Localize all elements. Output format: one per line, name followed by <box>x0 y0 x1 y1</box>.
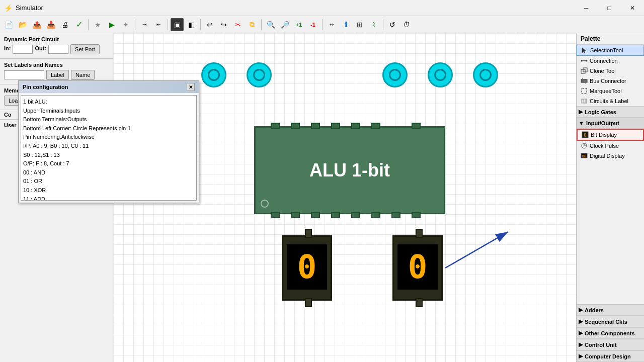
window-controls: ─ □ ✕ <box>575 0 644 16</box>
in-input[interactable] <box>13 45 33 54</box>
palette-item-clone-tool[interactable]: Clone Tool <box>577 66 644 76</box>
pin-config-close-btn[interactable]: ✕ <box>187 83 195 91</box>
label-input[interactable] <box>4 70 44 79</box>
palette-section-other-components[interactable]: ▶ Other Components <box>577 327 644 339</box>
palette-section-computer-design[interactable]: ▶ Computer Design <box>577 350 644 362</box>
probe-btn[interactable]: ⌇ <box>367 18 380 31</box>
clock-btn[interactable]: ⏱ <box>400 18 413 31</box>
palette-section-input-output[interactable]: ▼ Input/Output <box>577 118 644 129</box>
sep3 <box>168 19 168 30</box>
star-btn[interactable]: ★ <box>91 18 104 31</box>
out-input[interactable] <box>48 45 68 54</box>
copy-btn[interactable]: ⧉ <box>246 18 259 31</box>
name-button[interactable]: Name <box>71 70 95 80</box>
palette-item-bit-display[interactable]: 0 Bit Display <box>577 129 644 141</box>
print-btn[interactable]: 🖨 <box>58 18 71 31</box>
components-label: Co <box>4 112 12 118</box>
input-circle-4[interactable] <box>428 62 453 87</box>
sep4 <box>200 19 201 30</box>
bit-display-label: Bit Display <box>591 132 617 138</box>
open-btn[interactable]: 📂 <box>16 18 29 31</box>
input-circle-5[interactable] <box>473 62 498 87</box>
svg-rect-9 <box>585 82 586 83</box>
clock-pulse-label: Clock Pulse <box>590 143 619 149</box>
bus-connector-label: Bus Connector <box>590 78 626 84</box>
align-btn[interactable]: ⇔ <box>325 18 338 31</box>
adders-arrow-icon: ▶ <box>579 307 583 313</box>
minus1-btn[interactable]: -1 <box>306 18 319 31</box>
input-circle-3[interactable] <box>382 62 408 87</box>
export-btn[interactable]: 📤 <box>30 18 43 31</box>
chip-pin-top-5 <box>351 123 360 129</box>
import-btn[interactable]: 📥 <box>44 18 57 31</box>
palette-section-adders[interactable]: ▶ Adders <box>577 304 644 316</box>
connection-icon <box>581 57 588 64</box>
out-label: Out: <box>35 45 46 51</box>
palette-section-sequential[interactable]: ▶ Sequencial Ckts <box>577 316 644 327</box>
cursor-icon <box>581 47 588 54</box>
palette-item-connection[interactable]: Connection <box>577 56 644 66</box>
palette-item-marquee-tool[interactable]: MarqueeTool <box>577 86 644 96</box>
control-unit-label: Control Unit <box>585 342 617 348</box>
zoom-in-btn[interactable]: 🔍 <box>264 18 277 31</box>
minimize-button[interactable]: ─ <box>575 0 598 16</box>
input-circle-2[interactable] <box>247 62 272 87</box>
bit-display-2[interactable]: 0 <box>392 235 443 301</box>
redo-btn[interactable]: ↪ <box>217 18 230 31</box>
palette-section-control-unit[interactable]: ▶ Control Unit <box>577 339 644 350</box>
svg-rect-11 <box>582 99 587 103</box>
refresh-btn[interactable]: ↺ <box>386 18 399 31</box>
plus1-btn[interactable]: +1 <box>292 18 305 31</box>
svg-line-1 <box>445 232 508 268</box>
run-btn[interactable]: ▶ <box>105 18 118 31</box>
palette-item-selection-tool[interactable]: SelectionTool <box>577 45 644 56</box>
star2-btn[interactable]: ✦ <box>119 18 132 31</box>
pin-config-text[interactable]: 1 bit ALU: Upper Terminals:Inputs Bottom… <box>21 95 197 201</box>
other-components-arrow-icon: ▶ <box>579 330 583 336</box>
new-btn[interactable]: 📄 <box>2 18 15 31</box>
input-circle-1[interactable] <box>201 62 226 87</box>
chip-pin-bot-8 <box>412 212 421 218</box>
display-pin-top-1 <box>305 229 312 238</box>
step-in-btn[interactable]: ⇥ <box>138 18 151 31</box>
svg-rect-7 <box>581 79 587 82</box>
logic-gates-label: Logic Gates <box>585 109 616 115</box>
chip-pin-top-4 <box>331 123 340 129</box>
input-output-arrow-icon: ▼ <box>579 120 584 126</box>
chip-pin1-circle <box>261 200 269 208</box>
svg-rect-10 <box>582 88 587 94</box>
palette-item-digital-display[interactable]: 88 Digital Display <box>577 151 644 161</box>
chip2-btn[interactable]: ◧ <box>185 18 198 31</box>
palette-title: Palette <box>577 33 644 45</box>
in-label: In: <box>4 45 11 51</box>
bit-display-1[interactable]: 0 <box>282 235 332 301</box>
palette-item-clock-pulse[interactable]: Clock Pulse <box>577 141 644 151</box>
palette-section-logic-gates[interactable]: ▶ Logic Gates <box>577 106 644 118</box>
verify-btn[interactable]: ✓ <box>72 18 86 31</box>
bus-icon <box>581 77 588 84</box>
alu-chip[interactable]: ALU 1-bit <box>254 126 445 214</box>
close-button[interactable]: ✕ <box>621 0 644 16</box>
titlebar: ⚡ Simulator ─ □ ✕ <box>0 0 644 16</box>
sequential-arrow-icon: ▶ <box>579 318 583 325</box>
undo-btn[interactable]: ↩ <box>203 18 216 31</box>
step-out-btn[interactable]: ⇤ <box>152 18 165 31</box>
dynamic-port-section: Dynamic Port Circuit In: Out: Set Port <box>0 33 113 59</box>
chip-pin-top-1 <box>271 123 280 129</box>
label-button[interactable]: Label <box>46 70 69 80</box>
palette-spacer <box>577 161 644 304</box>
info-btn[interactable]: ℹ <box>339 18 352 31</box>
zoom-out-btn[interactable]: 🔎 <box>278 18 291 31</box>
pin-config-titlebar: Pin configuration ✕ <box>19 81 199 93</box>
toolbar: 📄 📂 📤 📥 🖨 ✓ ★ ▶ ✦ ⇥ ⇤ ▣ ◧ ↩ ↪ ✂ ⧉ 🔍 🔎 +1… <box>0 16 644 33</box>
grid-btn[interactable]: ⊞ <box>353 18 366 31</box>
palette-item-circuits-label[interactable]: Circuits & Label <box>577 96 644 106</box>
control-unit-arrow-icon: ▶ <box>579 341 583 348</box>
chip-btn[interactable]: ▣ <box>171 18 184 31</box>
input-output-label: Input/Output <box>586 120 619 126</box>
app-title: Simulator <box>16 4 43 12</box>
palette-item-bus-connector[interactable]: Bus Connector <box>577 76 644 86</box>
cut-btn[interactable]: ✂ <box>231 18 245 31</box>
set-port-button[interactable]: Set Port <box>70 44 100 54</box>
maximize-button[interactable]: □ <box>598 0 621 16</box>
